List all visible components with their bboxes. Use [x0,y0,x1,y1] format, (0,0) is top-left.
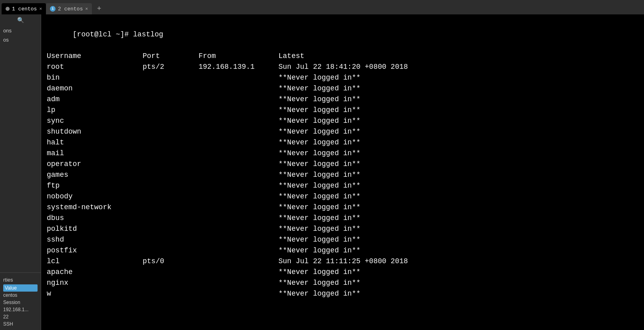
table-row: polkitd**Never logged in** [47,224,638,234]
table-row: lp**Never logged in** [47,105,638,116]
sidebar: 🔍 ons os rties ValuecentosSession192.168… [0,14,41,330]
tab-2-centos[interactable]: i 2 centos ✕ [46,3,92,14]
tab-2-label: 2 centos [58,6,83,12]
terminal-rows: rootpts/2192.168.139.1Sun Jul 22 18:41:2… [47,62,638,299]
table-row: shutdown**Never logged in** [47,126,638,137]
table-row: operator**Never logged in** [47,159,638,170]
terminal[interactable]: [root@lcl ~]# lastlog UsernamePortFromLa… [41,14,644,330]
sidebar-search[interactable]: 🔍 [0,14,41,26]
table-row: systemd-network**Never logged in** [47,202,638,213]
pin-icon [6,7,10,11]
sidebar-bottom-items: ValuecentosSession192.168.1...22SSH [3,284,38,328]
table-row: halt**Never logged in** [47,137,638,148]
table-row: games**Never logged in** [47,170,638,180]
table-row: ftp**Never logged in** [47,180,638,191]
table-row: adm**Never logged in** [47,94,638,105]
tab-1-label: 1 centos [12,6,37,12]
table-row: sshd**Never logged in** [47,234,638,245]
terminal-header-line: UsernamePortFromLatest [47,51,638,62]
sidebar-item-ons[interactable]: ons [0,26,41,35]
table-row: daemon**Never logged in** [47,83,638,94]
table-row: postfix**Never logged in** [47,245,638,256]
table-row: rootpts/2192.168.139.1Sun Jul 22 18:41:2… [47,62,638,72]
main-area: 🔍 ons os rties ValuecentosSession192.168… [0,14,644,330]
terminal-command-line: [root@lcl ~]# lastlog [47,18,638,51]
table-row: bin**Never logged in** [47,72,638,83]
tab-1-centos[interactable]: 1 centos ✕ [2,3,46,14]
sidebar-item-os[interactable]: os [0,35,41,44]
table-row: mail**Never logged in** [47,148,638,159]
info-dot-icon: i [50,6,56,12]
tab-2-close[interactable]: ✕ [85,7,88,11]
table-row: nobody**Never logged in** [47,191,638,202]
prompt: [root@lcl ~]# lastlog [73,30,163,38]
sidebar-bottom-item-value[interactable]: Value [3,284,38,292]
table-row: nginx**Never logged in** [47,278,638,288]
sidebar-properties-label: rties [3,275,38,284]
add-tab-button[interactable]: + [93,3,105,14]
search-icon[interactable]: 🔍 [17,17,24,24]
sidebar-bottom-item-centos[interactable]: centos [3,292,38,299]
tab-bar: 1 centos ✕ i 2 centos ✕ + [0,0,644,14]
table-row: lclpts/0Sun Jul 22 11:11:25 +0800 2018 [47,256,638,267]
table-row: sync**Never logged in** [47,116,638,126]
table-row: dbus**Never logged in** [47,213,638,224]
table-row: apache**Never logged in** [47,267,638,278]
sidebar-bottom: rties ValuecentosSession192.168.1...22SS… [0,272,41,330]
sidebar-bottom-item-192.168.1...[interactable]: 192.168.1... [3,306,38,313]
sidebar-bottom-item-ssh[interactable]: SSH [3,320,38,328]
table-row: w**Never logged in** [47,288,638,299]
tab-1-close[interactable]: ✕ [39,7,42,11]
sidebar-bottom-item-22[interactable]: 22 [3,313,38,320]
sidebar-bottom-item-session[interactable]: Session [3,299,38,306]
